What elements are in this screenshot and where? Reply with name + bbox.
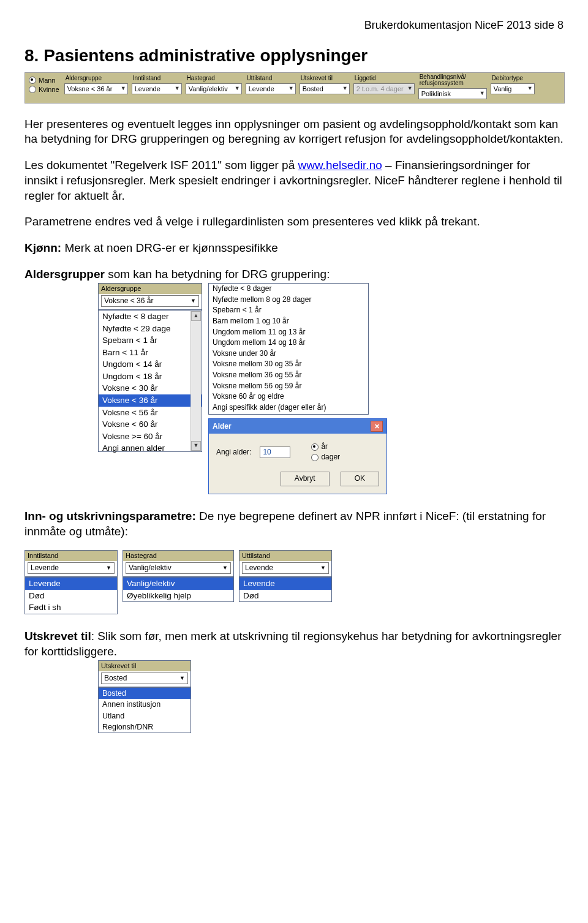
uttilstand-select[interactable]: Levende▼ [246,83,296,94]
patient-toolbar: Mann Kvinne Aldersgruppe Voksne < 36 år▼… [24,72,565,104]
aldersgruppe-dropdown[interactable]: Voksne < 36 år ▼ [101,295,199,307]
tb-value: Vanlig [494,85,512,93]
chevron-down-icon: ▼ [106,565,111,572]
list-item[interactable]: Voksne < 56 år [99,407,202,419]
list-item[interactable]: Ungdom mellom 11 og 13 år [209,327,368,338]
dialog-title: Alder [213,422,232,432]
utskrevet-dropdown[interactable]: Bosted ▼ [101,672,188,685]
list-item[interactable]: Nyfødte < 8 dager [209,284,368,295]
list-item[interactable]: Vanlig/elektiv [123,578,233,590]
aldersgruppe-select[interactable]: Voksne < 36 år▼ [64,83,128,94]
gender-kvinne[interactable]: Kvinne [29,85,59,94]
list-item[interactable]: Levende [239,578,331,590]
body-paragraph: Aldersgrupper som kan ha betydning for D… [24,267,564,282]
scrollbar[interactable]: ▲ ▼ [190,311,201,451]
list-item[interactable]: Angi spesifikk alder (dager eller år) [209,402,368,413]
aldersgruppe-detail-list[interactable]: Nyfødte < 8 dagerNyfødte mellom 8 og 28 … [208,283,369,415]
chevron-down-icon: ▼ [179,675,185,682]
aldersgruppe-box: Aldersgruppe Voksne < 36 år ▼ [98,283,202,310]
section-heading: 8. Pasientens administrative opplysninge… [24,45,564,67]
chevron-down-icon: ▼ [342,85,348,92]
list-item[interactable]: Voksne mellom 36 og 55 år [209,370,368,381]
ok-button[interactable]: OK [341,472,379,486]
param-list[interactable]: LevendeDødFødt i sh [24,577,118,614]
param-dropdown[interactable]: Levende▼ [242,562,329,575]
tb-value: Vanlig/elektiv [189,85,228,93]
aldersgruppe-list[interactable]: Nyfødte < 8 dagerNyfødte < 29 dageSpebar… [98,310,202,452]
list-item[interactable]: Spebarn < 1 år [209,305,368,316]
list-item[interactable]: Levende [25,578,117,590]
param-list[interactable]: LevendeDød [239,577,332,602]
body-paragraph: Parametrene endres ved å velge i rullega… [24,214,564,230]
list-item[interactable]: Voksne mellom 56 og 59 år [209,381,368,392]
utskrevettil-select[interactable]: Bosted▼ [300,83,350,94]
list-item[interactable]: Angi annen alder [99,442,202,454]
tb-label: Debitortype [491,74,535,82]
list-item[interactable]: Ungdom < 14 år [99,358,202,371]
utskrevet-til-label: Utskrevet til [24,630,91,642]
cancel-button[interactable]: Avbryt [281,472,330,486]
list-item[interactable]: Død [25,590,117,602]
scroll-down-icon[interactable]: ▼ [191,441,201,451]
helsedir-link[interactable]: www.helsedir.no [298,159,382,171]
chevron-down-icon: ▼ [222,565,228,572]
unit-dager[interactable]: dager [311,453,340,462]
list-item[interactable]: Nyfødte < 29 dage [99,323,202,335]
list-item[interactable]: Voksne mellom 30 og 35 år [209,359,368,370]
unit-ar[interactable]: år [311,442,340,451]
gender-mann[interactable]: Mann [29,76,59,85]
list-item[interactable]: Ungdom < 18 år [99,371,202,383]
tb-label: Aldersgruppe [64,74,128,82]
hastegrad-select[interactable]: Vanlig/elektiv▼ [186,83,242,94]
box-value: Levende [245,563,273,573]
param-list[interactable]: Vanlig/elektivØyeblikkelig hjelp [123,577,234,602]
list-item[interactable]: Øyeblikkelig hjelp [123,590,233,602]
body-paragraph: Utskrevet til: Slik som før, men merk at… [24,629,564,659]
inntilstand-select[interactable]: Levende▼ [132,83,182,94]
list-item[interactable]: Død [239,590,331,602]
alder-input[interactable]: 10 [260,446,290,459]
list-item[interactable]: Barn < 11 år [99,347,202,359]
list-item[interactable]: Voksne < 30 år [99,382,202,394]
list-item[interactable]: Barn mellom 1 og 10 år [209,316,368,327]
radio-label: år [321,442,328,452]
body-paragraph: Inn- og utskrivningsparametre: De nye be… [24,509,564,539]
debitortype-select[interactable]: Vanlig▼ [491,83,535,94]
list-item[interactable]: Voksne under 30 år [209,348,368,360]
text: : Slik som før, men merk at utskrivning … [24,630,562,658]
list-item[interactable]: Voksne < 36 år [99,394,202,407]
box-title: Hastegrad [123,551,233,560]
param-dropdown[interactable]: Vanlig/elektiv▼ [126,562,231,575]
tb-label: Behandlingsnivå/ refusjonssystem [418,74,487,87]
page-header: Brukerdokumentasjon NiceF 2013 side 8 [24,18,564,32]
radio-icon [29,77,36,84]
list-item[interactable]: Nyfødte < 8 dager [99,311,202,323]
list-item[interactable]: Annen institusjon [99,699,190,710]
list-item[interactable]: Regionsh/DNR [99,721,190,733]
chevron-down-icon: ▼ [235,85,240,92]
body-paragraph: Kjønn: Merk at noen DRG-er er kjønnsspes… [24,241,564,256]
list-item[interactable]: Født i sh [25,601,117,614]
body-paragraph: Les dokumentet "Regelverk ISF 2011" som … [24,158,564,203]
list-item[interactable]: Voksne 60 år og eldre [209,391,368,402]
dialog-titlebar: Alder ✕ [209,419,386,434]
box-value: Bosted [104,674,127,684]
list-item[interactable]: Utland [99,710,190,721]
param-box: InntilstandLevende▼ [24,550,118,577]
list-item[interactable]: Bosted [99,688,190,699]
list-item[interactable]: Voksne >= 60 år [99,431,202,443]
behandlingsniva-select[interactable]: Poliklinisk▼ [418,88,487,99]
tb-value: Bosted [303,85,323,93]
close-icon[interactable]: ✕ [371,421,383,432]
utskrevet-list[interactable]: BostedAnnen institusjonUtlandRegionsh/DN… [98,687,191,733]
chevron-down-icon: ▼ [480,90,485,97]
scroll-up-icon[interactable]: ▲ [191,311,201,321]
chevron-down-icon: ▼ [527,85,533,92]
list-item[interactable]: Spebarn < 1 år [99,334,202,347]
radio-icon [311,454,318,461]
list-item[interactable]: Voksne < 60 år [99,418,202,431]
list-item[interactable]: Nyfødte mellom 8 og 28 dager [209,295,368,306]
param-dropdown[interactable]: Levende▼ [28,562,115,575]
list-item[interactable]: Ungdom mellom 14 og 18 år [209,337,368,348]
tb-label: Inntilstand [132,74,182,82]
